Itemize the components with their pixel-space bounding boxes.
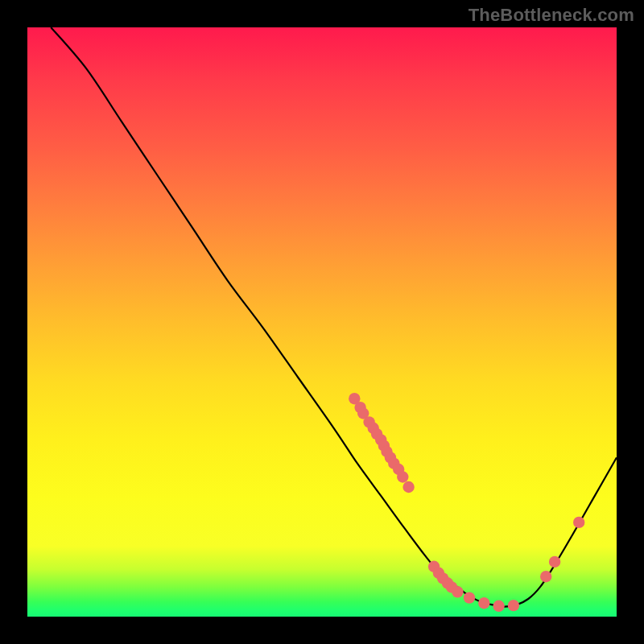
plot-svg bbox=[27, 27, 617, 617]
data-point bbox=[452, 586, 463, 597]
data-point bbox=[540, 571, 551, 582]
data-point bbox=[402, 481, 414, 493]
data-point bbox=[573, 517, 584, 528]
bottleneck-curve bbox=[51, 27, 617, 607]
data-point bbox=[478, 597, 489, 609]
data-point bbox=[549, 556, 560, 568]
data-point bbox=[397, 471, 408, 482]
data-point bbox=[508, 600, 519, 611]
watermark-text: TheBottleneck.com bbox=[469, 5, 634, 26]
highlight-dots bbox=[349, 393, 584, 612]
data-point bbox=[493, 601, 504, 612]
chart-area bbox=[27, 27, 617, 617]
data-point bbox=[464, 592, 475, 603]
